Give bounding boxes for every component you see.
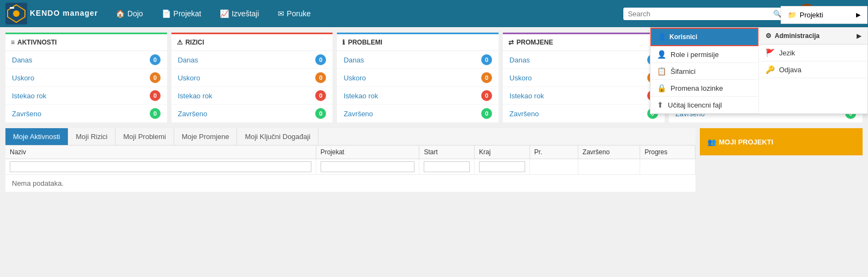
rizici-istekao-row: Istekao rok 0 bbox=[171, 87, 333, 105]
svg-rect-3 bbox=[10, 7, 14, 9]
promjene-danas-link[interactable]: Danas bbox=[509, 56, 530, 64]
dropdown-projekti-label: Projekti bbox=[800, 11, 823, 19]
filter-kraj bbox=[475, 159, 530, 175]
nav-projekat[interactable]: 📄 Projekat bbox=[155, 9, 208, 18]
promjene-header-icon: ⇄ bbox=[508, 39, 514, 46]
widget-rizici: ⚠ RIZICI Danas 0 Uskoro 0 Istekao rok 0 … bbox=[171, 33, 333, 123]
no-data-message: Nema podataka. bbox=[5, 175, 695, 192]
korisnici-icon: 👤 bbox=[658, 33, 666, 41]
dojo-icon: 🏠 bbox=[116, 9, 125, 18]
lock-icon: 🔒 bbox=[657, 84, 666, 92]
filter-kraj-input[interactable] bbox=[479, 161, 525, 172]
filter-pr bbox=[529, 159, 578, 175]
dropdown-promena-lozinke[interactable]: 🔒 Promena lozinke bbox=[650, 80, 758, 97]
tab-moji-kljucni[interactable]: Moji Ključni Događaji bbox=[237, 128, 318, 145]
rizici-zavrseno-badge: 0 bbox=[315, 108, 326, 119]
filter-start bbox=[419, 159, 475, 175]
aktivnosti-zavrseno-link[interactable]: Završeno bbox=[12, 110, 41, 118]
col-zavrseno: Završeno bbox=[578, 146, 640, 159]
nav-poruke[interactable]: ✉ Poruke bbox=[271, 9, 317, 18]
aktivnosti-header-icon: ≡ bbox=[11, 39, 15, 46]
filter-naziv-input[interactable] bbox=[10, 161, 311, 172]
rizici-uskoro-link[interactable]: Uskoro bbox=[178, 74, 200, 82]
widget-aktivnosti: ≡ AKTIVNOSTI Danas 0 Uskoro 0 Istekao ro… bbox=[5, 33, 167, 123]
promjene-danas-row: Danas 0 bbox=[503, 51, 665, 69]
promjene-uskoro-row: Uskoro 0 bbox=[503, 69, 665, 87]
left-panel: Moje Aktivnosti Moji Rizici Moji Problem… bbox=[5, 128, 695, 192]
table-filter-row bbox=[5, 159, 695, 175]
administracija-icon: ⚙ bbox=[765, 32, 771, 40]
search-container: 🔍 bbox=[623, 8, 786, 20]
filter-naziv bbox=[5, 159, 316, 175]
dropdown-menu: 📁 Projekti ▶ 👤 Korisnici 👤 Role i permis… bbox=[650, 27, 868, 114]
logo[interactable]: KENDO manager bbox=[5, 3, 98, 24]
nav-izvestaji-label: Izveštaji bbox=[232, 9, 259, 18]
dropdown-korisnici-label: Korisnici bbox=[669, 33, 697, 41]
dropdown-sifarnici-label: Šifarnici bbox=[671, 67, 695, 75]
widget-aktivnosti-title: AKTIVNOSTI bbox=[17, 39, 57, 46]
sifarnici-icon: 📋 bbox=[657, 67, 666, 75]
dropdown-ucitaj-label: Učitaj licencni fajl bbox=[668, 101, 722, 109]
problemi-danas-badge: 0 bbox=[481, 54, 492, 65]
col-projekat: Projekat bbox=[316, 146, 419, 159]
promjene-istekao-row: Istekao rok 0 bbox=[503, 87, 665, 105]
col-start: Start bbox=[419, 146, 475, 159]
dropdown-col-administracija: ⚙ Administracija ▶ 🚩 Jezik 🔑 Odjava bbox=[759, 28, 867, 114]
aktivnosti-istekao-row: Istekao rok 0 bbox=[5, 87, 167, 105]
aktivnosti-istekao-link[interactable]: Istekao rok bbox=[12, 92, 47, 100]
table-header-row: Naziv Projekat Start Kraj Pr. Završeno P… bbox=[5, 146, 695, 159]
problemi-zavrseno-link[interactable]: Završeno bbox=[343, 110, 373, 118]
tab-moji-rizici[interactable]: Moji Rizici bbox=[68, 128, 116, 145]
widget-rizici-title: RIZICI bbox=[186, 39, 205, 46]
poruke-icon: ✉ bbox=[278, 9, 284, 18]
promjene-uskoro-link[interactable]: Uskoro bbox=[509, 74, 532, 82]
filter-projekat-input[interactable] bbox=[321, 161, 415, 172]
table-section: Naziv Projekat Start Kraj Pr. Završeno P… bbox=[5, 146, 695, 192]
dropdown-jezik[interactable]: 🚩 Jezik bbox=[759, 45, 867, 61]
rizici-header-icon: ⚠ bbox=[177, 39, 183, 46]
dropdown-sifarnici[interactable]: 📋 Šifarnici bbox=[650, 63, 758, 80]
aktivnosti-danas-row: Danas 0 bbox=[5, 51, 167, 69]
dropdown-odjava-label: Odjava bbox=[779, 66, 801, 74]
promjene-istekao-link[interactable]: Istekao rok bbox=[509, 92, 544, 100]
dropdown-administracija-label: Administracija bbox=[775, 32, 820, 40]
rizici-zavrseno-link[interactable]: Završeno bbox=[178, 110, 207, 118]
admin-arrow: ▶ bbox=[857, 33, 861, 40]
tab-moje-aktivnosti[interactable]: Moje Aktivnosti bbox=[5, 128, 68, 145]
dropdown-col-korisnici: 👤 Korisnici 👤 Role i permisije 📋 Šifarni… bbox=[650, 28, 759, 114]
dropdown-ucitaj-licencni[interactable]: ⬆ Učitaj licencni fajl bbox=[650, 97, 758, 114]
filter-start-input[interactable] bbox=[424, 161, 470, 172]
problemi-uskoro-link[interactable]: Uskoro bbox=[343, 74, 366, 82]
promjene-zavrseno-row: Završeno 0 bbox=[503, 105, 665, 123]
dropdown-korisnici-header[interactable]: 👤 Korisnici bbox=[650, 28, 758, 46]
problemi-danas-link[interactable]: Danas bbox=[343, 56, 364, 64]
problemi-istekao-link[interactable]: Istekao rok bbox=[343, 92, 378, 100]
tabs-bar: Moje Aktivnosti Moji Rizici Moji Problem… bbox=[5, 128, 695, 146]
aktivnosti-uskoro-link[interactable]: Uskoro bbox=[12, 74, 34, 82]
tab-moje-promjene[interactable]: Moje Promjene bbox=[174, 128, 237, 145]
col-pr: Pr. bbox=[529, 146, 578, 159]
rizici-istekao-link[interactable]: Istekao rok bbox=[178, 92, 213, 100]
widget-problemi-header: ℹ PROBLEMI bbox=[337, 34, 499, 51]
nav-dojo[interactable]: 🏠 Dojo bbox=[109, 9, 150, 18]
izvestaji-icon: 📈 bbox=[220, 9, 229, 18]
aktivnosti-danas-badge: 0 bbox=[150, 54, 161, 65]
dropdown-administracija-header[interactable]: ⚙ Administracija ▶ bbox=[759, 28, 867, 45]
dropdown-projekti[interactable]: 📁 Projekti ▶ bbox=[781, 6, 867, 24]
dropdown-role-permisije[interactable]: 👤 Role i permisije bbox=[650, 46, 758, 63]
nav-izvestaji[interactable]: 📈 Izveštaji bbox=[213, 9, 266, 18]
dropdown-promena-label: Promena lozinke bbox=[671, 84, 723, 92]
widget-problemi: ℹ PROBLEMI Danas 0 Uskoro 0 Istekao rok … bbox=[337, 33, 499, 123]
rizici-danas-link[interactable]: Danas bbox=[178, 56, 199, 64]
projekti-icon: 📁 bbox=[788, 11, 796, 19]
filter-progres bbox=[640, 159, 695, 175]
widget-promjene: ⇄ PROMJENE Danas 0 Uskoro 0 Istekao rok … bbox=[503, 33, 665, 123]
widget-problemi-title: PROBLEMI bbox=[348, 39, 382, 46]
tab-moji-problemi[interactable]: Moji Problemi bbox=[116, 128, 174, 145]
jezik-icon: 🚩 bbox=[765, 48, 775, 57]
search-input[interactable] bbox=[628, 10, 770, 18]
aktivnosti-danas-link[interactable]: Danas bbox=[12, 56, 33, 64]
projekti-panel-header: 👥 MOJI PROJEKTI bbox=[707, 138, 773, 146]
promjene-zavrseno-link[interactable]: Završeno bbox=[509, 110, 539, 118]
dropdown-odjava[interactable]: 🔑 Odjava bbox=[759, 61, 867, 78]
